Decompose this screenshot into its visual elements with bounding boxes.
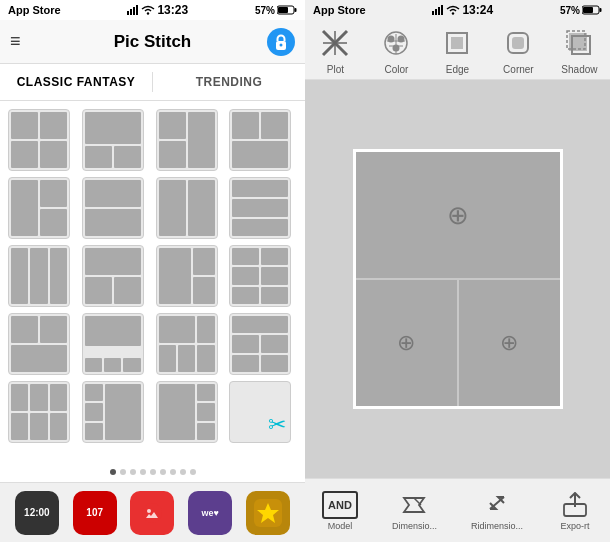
dock-gold-icon[interactable]	[246, 491, 290, 535]
list-item[interactable]	[156, 245, 218, 307]
canvas-cell-bottom-left[interactable]: ⊕	[356, 280, 457, 406]
battery-icon-left	[277, 5, 297, 15]
wifi-icon-right	[446, 5, 460, 15]
wifi-icon-left	[141, 5, 155, 15]
template-grid: ✂	[8, 109, 297, 443]
status-bar-right: App Store 13:24 57%	[305, 0, 610, 20]
toolbar-bottom: AND Model Dimensio... Ridi	[305, 478, 610, 542]
svg-rect-15	[435, 9, 437, 15]
svg-rect-1	[130, 9, 132, 15]
dot-0[interactable]	[110, 469, 116, 475]
tool-shadow[interactable]: Shadow	[561, 25, 597, 75]
ridimension-label: Ridimensio...	[471, 521, 523, 531]
list-item[interactable]	[229, 109, 291, 171]
add-photo-icon-br: ⊕	[500, 330, 518, 356]
svg-rect-36	[512, 37, 524, 49]
dock-107-icon[interactable]: 107	[73, 491, 117, 535]
tool-dimensions[interactable]: Dimensio...	[392, 491, 437, 531]
svg-rect-17	[441, 5, 443, 15]
menu-icon[interactable]: ≡	[10, 31, 21, 52]
list-item[interactable]	[82, 109, 144, 171]
list-item[interactable]	[229, 177, 291, 239]
dot-6[interactable]	[170, 469, 176, 475]
svg-point-11	[147, 509, 151, 513]
list-item[interactable]	[156, 313, 218, 375]
dot-2[interactable]	[130, 469, 136, 475]
dot-3[interactable]	[140, 469, 146, 475]
dot-7[interactable]	[180, 469, 186, 475]
lock-icon[interactable]	[267, 28, 295, 56]
svg-rect-34	[451, 37, 463, 49]
tool-color[interactable]: Color	[378, 25, 414, 75]
list-item[interactable]	[8, 313, 70, 375]
svg-rect-16	[438, 7, 440, 15]
svg-rect-20	[600, 8, 602, 12]
dock-photo-icon[interactable]	[130, 491, 174, 535]
dock-clock-icon[interactable]: 12:00	[15, 491, 59, 535]
canvas-cell-bottom-right[interactable]: ⊕	[459, 280, 560, 406]
shadow-icon	[561, 25, 597, 61]
add-photo-icon-bl: ⊕	[397, 330, 415, 356]
tab-trending[interactable]: TRENDING	[153, 64, 305, 100]
model-label: Model	[328, 521, 353, 531]
add-photo-icon-top: ⊕	[447, 200, 469, 231]
svg-line-41	[490, 497, 504, 509]
battery-icon-right	[582, 5, 602, 15]
list-item[interactable]	[156, 109, 218, 171]
bottom-dock: 12:00 107 we♥	[0, 482, 305, 542]
right-panel: App Store 13:24 57%	[305, 0, 610, 542]
edge-icon	[439, 25, 475, 61]
dimensions-icon	[396, 491, 432, 519]
svg-rect-6	[295, 8, 297, 12]
template-grid-scroll[interactable]: ✂	[0, 101, 305, 462]
tool-corner[interactable]: Corner	[500, 25, 536, 75]
list-item[interactable]	[8, 177, 70, 239]
svg-rect-7	[278, 7, 288, 13]
model-icon: AND	[322, 491, 358, 519]
list-item[interactable]	[156, 381, 218, 443]
tool-plot[interactable]: Plot	[317, 25, 353, 75]
svg-rect-21	[583, 7, 593, 13]
list-item[interactable]	[82, 177, 144, 239]
signal-icon-right	[432, 5, 444, 15]
plot-icon	[317, 25, 353, 61]
toolbar-top: Plot Color	[305, 20, 610, 80]
tabs-left: CLASSIC FANTASY TRENDING	[0, 64, 305, 101]
list-item[interactable]	[82, 245, 144, 307]
list-item[interactable]	[229, 245, 291, 307]
dot-8[interactable]	[190, 469, 196, 475]
left-panel: App Store 13:23 57%	[0, 0, 305, 542]
time-left: 13:23	[157, 3, 188, 17]
canvas-cell-top[interactable]: ⊕	[356, 152, 560, 278]
tool-model[interactable]: AND Model	[322, 491, 358, 531]
list-item[interactable]	[8, 109, 70, 171]
list-item[interactable]	[82, 313, 144, 375]
list-item[interactable]	[82, 381, 144, 443]
battery-pct-right: 57%	[560, 5, 580, 16]
svg-rect-3	[136, 5, 138, 15]
ridimension-icon	[479, 491, 515, 519]
canvas-area: ⊕ ⊕ ⊕	[305, 80, 610, 478]
plot-label: Plot	[327, 64, 344, 75]
dimensions-label: Dimensio...	[392, 521, 437, 531]
signal-icon-left	[127, 5, 139, 15]
list-item[interactable]	[8, 245, 70, 307]
dot-5[interactable]	[160, 469, 166, 475]
dock-we-icon[interactable]: we♥	[188, 491, 232, 535]
tool-ridimension[interactable]: Ridimensio...	[471, 491, 523, 531]
tab-classic-fantasy[interactable]: CLASSIC FANTASY	[0, 64, 152, 100]
shadow-label: Shadow	[561, 64, 597, 75]
export-label: Expo-rt	[560, 521, 589, 531]
svg-point-10	[142, 503, 162, 523]
tool-edge[interactable]: Edge	[439, 25, 475, 75]
list-item[interactable]	[8, 381, 70, 443]
color-label: Color	[385, 64, 409, 75]
list-item[interactable]	[229, 313, 291, 375]
svg-rect-2	[133, 7, 135, 15]
dot-1[interactable]	[120, 469, 126, 475]
dot-4[interactable]	[150, 469, 156, 475]
list-item[interactable]	[156, 177, 218, 239]
scissors-template-item[interactable]: ✂	[229, 381, 291, 443]
tool-export[interactable]: Expo-rt	[557, 491, 593, 531]
canvas-frame: ⊕ ⊕ ⊕	[353, 149, 563, 409]
